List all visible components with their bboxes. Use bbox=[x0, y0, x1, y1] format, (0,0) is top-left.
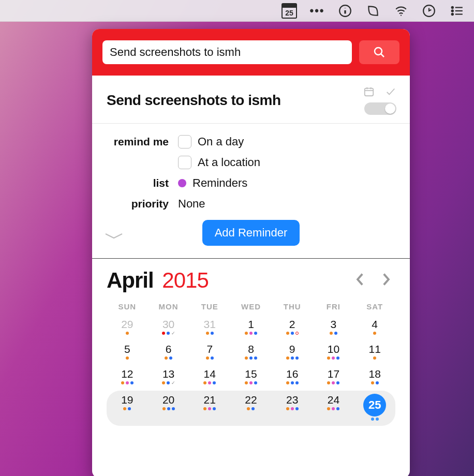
calendar-day-dots bbox=[313, 407, 354, 411]
menubar-clock-icon[interactable] bbox=[421, 3, 437, 19]
calendar-day[interactable]: 29 bbox=[107, 316, 148, 339]
calendar-day[interactable]: 7 bbox=[189, 341, 230, 364]
calendar-day-number: 2 bbox=[285, 318, 300, 331]
calendar-day[interactable]: 24 bbox=[313, 392, 354, 414]
calendar-day[interactable]: 8 bbox=[230, 341, 272, 364]
calendar-next-button[interactable] bbox=[382, 273, 391, 288]
calendar-week-row: 19202122232425 bbox=[107, 391, 395, 426]
add-reminder-button[interactable]: Add Reminder bbox=[202, 220, 300, 246]
calendar-day[interactable]: 20 bbox=[148, 392, 189, 414]
calendar-dow: SAT bbox=[354, 302, 395, 311]
calendar-day-number: 9 bbox=[285, 343, 300, 355]
priority-selector[interactable]: None bbox=[178, 197, 205, 211]
calendar-day[interactable]: 23 bbox=[272, 392, 313, 414]
on-a-day-checkbox[interactable] bbox=[178, 135, 191, 148]
calendar-day-number: 25 bbox=[363, 394, 386, 416]
remind-label: remind me bbox=[106, 136, 178, 148]
calendar-day[interactable]: 3 bbox=[313, 316, 354, 339]
calendar-day[interactable]: 21 bbox=[189, 392, 230, 414]
calendar-prev-button[interactable] bbox=[355, 273, 364, 288]
search-button[interactable] bbox=[359, 40, 399, 64]
calendar-day-dots bbox=[189, 332, 230, 336]
at-location-label: At a location bbox=[198, 156, 260, 169]
mac-menubar: 25 ••• bbox=[0, 0, 474, 22]
calendar-day[interactable]: 12 bbox=[107, 366, 148, 389]
calendar-day[interactable]: 22 bbox=[230, 392, 272, 414]
calendar-day[interactable]: 18 bbox=[354, 366, 395, 389]
calendar-day-dots bbox=[272, 356, 313, 361]
reminder-title: Send screenshots to ismh bbox=[107, 92, 281, 109]
reminder-title-row: Send screenshots to ismh bbox=[92, 76, 410, 124]
calendar-day[interactable]: 30✓ bbox=[148, 316, 189, 339]
calendar-title: April 2015 bbox=[107, 268, 209, 293]
calendar-day[interactable]: 15 bbox=[230, 366, 272, 389]
calendar-day-number: 11 bbox=[367, 343, 382, 355]
calendar-day-number: 10 bbox=[325, 343, 341, 355]
calendar-day[interactable]: 2 bbox=[272, 316, 313, 339]
calendar-dow: MON bbox=[148, 302, 189, 311]
expand-chevron-icon[interactable] bbox=[105, 232, 123, 243]
calendar-day-dots bbox=[189, 407, 230, 411]
calendar-day[interactable]: 25 bbox=[354, 392, 395, 425]
calendar-day-dots bbox=[230, 356, 272, 361]
calendar-day-number: 31 bbox=[202, 318, 217, 331]
calendar-day-number: 22 bbox=[243, 394, 259, 406]
list-color-dot bbox=[178, 179, 186, 187]
mini-calendar: April 2015 SUNMONTUEWEDTHUFRISAT 2930✓31… bbox=[92, 259, 410, 476]
priority-value: None bbox=[178, 197, 205, 211]
calendar-day-dots bbox=[272, 332, 313, 336]
calendar-day-dots bbox=[107, 407, 148, 411]
calendar-day[interactable]: 4 bbox=[354, 316, 395, 339]
menubar-wifi-icon[interactable] bbox=[393, 3, 409, 19]
calendar-day[interactable]: 11 bbox=[354, 341, 395, 364]
calendar-day[interactable]: 31 bbox=[189, 316, 230, 339]
menubar-calendar-icon[interactable]: 25 bbox=[282, 3, 297, 19]
calendar-day[interactable]: 16 bbox=[272, 366, 313, 389]
calendar-day[interactable]: 1 bbox=[230, 316, 272, 339]
svg-rect-13 bbox=[365, 88, 374, 96]
calendar-day[interactable]: 5 bbox=[107, 341, 148, 364]
calendar-day[interactable]: 9 bbox=[272, 341, 313, 364]
calendar-day-number: 23 bbox=[285, 394, 300, 406]
at-location-checkbox[interactable] bbox=[178, 156, 191, 169]
calendar-day-dots bbox=[313, 381, 354, 385]
calendar-day-number: 12 bbox=[120, 368, 135, 380]
reminder-mode-icon[interactable] bbox=[385, 86, 396, 99]
calendar-day-dots bbox=[148, 356, 189, 361]
calendar-day[interactable]: 14 bbox=[189, 366, 230, 389]
calendar-day-dots: ✓ bbox=[148, 332, 189, 336]
calendar-day[interactable]: 13✓ bbox=[148, 366, 189, 389]
calendar-day[interactable]: 6 bbox=[148, 341, 189, 364]
calendar-month: April bbox=[107, 268, 154, 292]
calendar-day-number: 8 bbox=[243, 343, 259, 355]
menubar-more-icon[interactable]: ••• bbox=[309, 3, 325, 19]
menubar-info-icon[interactable] bbox=[337, 3, 353, 19]
calendar-day-number: 18 bbox=[367, 368, 382, 380]
calendar-day-dots bbox=[354, 381, 395, 385]
calendar-day-dots: ✓ bbox=[148, 381, 189, 385]
calendar-day-dots bbox=[230, 332, 272, 336]
event-reminder-toggle[interactable] bbox=[364, 102, 396, 115]
on-a-day-label: On a day bbox=[198, 135, 244, 148]
menubar-leaf-icon[interactable] bbox=[365, 3, 381, 19]
list-label: list bbox=[106, 177, 178, 189]
list-selector[interactable]: Reminders bbox=[178, 176, 247, 190]
calendar-dow: FRI bbox=[313, 302, 354, 311]
quick-entry-input[interactable] bbox=[102, 40, 352, 64]
calendar-dow: SUN bbox=[107, 302, 148, 311]
calendar-day-number: 21 bbox=[202, 394, 217, 406]
calendar-day[interactable]: 19 bbox=[107, 392, 148, 414]
event-mode-icon[interactable] bbox=[363, 86, 375, 99]
calendar-day[interactable]: 17 bbox=[313, 366, 354, 389]
calendar-day-number: 15 bbox=[243, 368, 259, 380]
calendar-day[interactable]: 10 bbox=[313, 341, 354, 364]
calendar-dow-row: SUNMONTUEWEDTHUFRISAT bbox=[107, 302, 395, 311]
svg-point-5 bbox=[452, 6, 453, 8]
calendar-day-dots bbox=[230, 381, 272, 385]
menubar-list-icon[interactable] bbox=[449, 3, 465, 19]
calendar-day-number: 16 bbox=[285, 368, 300, 380]
calendar-day-number: 7 bbox=[202, 343, 217, 355]
calendar-day-dots bbox=[313, 332, 354, 336]
calendar-day-number: 6 bbox=[161, 343, 176, 355]
calendar-day-dots bbox=[107, 381, 148, 385]
